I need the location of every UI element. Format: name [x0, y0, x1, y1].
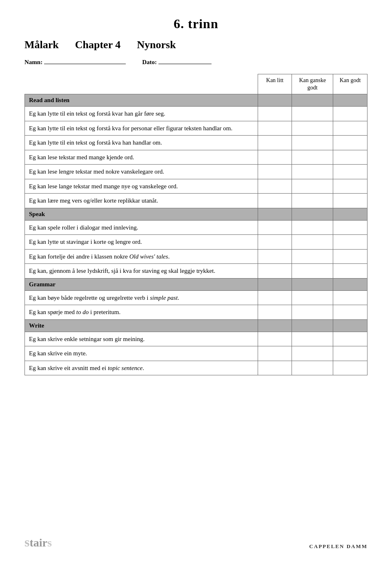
checkbox-cell[interactable] [258, 220, 292, 235]
section-empty-cell [333, 208, 368, 220]
checkbox-cell[interactable] [333, 290, 368, 305]
row-description: Eg kan fortelje dei andre i klassen nokr… [25, 249, 258, 264]
section-empty-cell [258, 94, 292, 107]
row-description: Eg kan skrive ein myte. [25, 346, 258, 361]
row-description: Eg kan lytte ut stavingar i korte og len… [25, 235, 258, 250]
checkbox-cell[interactable] [333, 179, 368, 194]
checkbox-cell[interactable] [258, 361, 292, 375]
table-row: Eg kan fortelje dei andre i klassen nokr… [25, 249, 368, 264]
section-empty-cell [258, 319, 292, 332]
row-description: Eg kan bøye både regelrette og uregelret… [25, 290, 258, 305]
checkbox-cell[interactable] [333, 165, 368, 179]
checkbox-cell[interactable] [333, 107, 368, 121]
table-row: Eg kan spørje med to do i preteritum. [25, 305, 368, 320]
section-empty-cell [333, 319, 368, 332]
section-empty-cell [292, 319, 333, 332]
checkbox-cell[interactable] [258, 165, 292, 179]
section-label: Write [25, 319, 258, 332]
checkbox-cell[interactable] [292, 235, 333, 250]
section-header-grammar: Grammar [25, 278, 368, 290]
checkbox-cell[interactable] [292, 305, 333, 320]
dato-label: Dato: [142, 59, 157, 66]
checkbox-cell[interactable] [292, 150, 333, 165]
table-row: Eg kan lære meg vers og/eller korte repl… [25, 194, 368, 208]
checkbox-cell[interactable] [292, 179, 333, 194]
checkbox-cell[interactable] [333, 264, 368, 279]
checkbox-cell[interactable] [258, 150, 292, 165]
namn-label: Namn: [24, 59, 42, 66]
header-kan-godt: Kan godt [333, 74, 368, 94]
table-row: Eg kan lese tekstar med mange kjende ord… [25, 150, 368, 165]
checkbox-cell[interactable] [258, 346, 292, 361]
table-row: Eg kan skrive eit avsnitt med ei topic s… [25, 361, 368, 375]
checkbox-cell[interactable] [333, 332, 368, 346]
checkbox-cell[interactable] [333, 235, 368, 250]
checkbox-cell[interactable] [292, 121, 333, 136]
section-label: Read and listen [25, 94, 258, 107]
checkbox-cell[interactable] [292, 290, 333, 305]
section-header-write: Write [25, 319, 368, 332]
checkbox-cell[interactable] [258, 249, 292, 264]
row-description: Eg kan lytte til ein tekst og forstå kva… [25, 136, 258, 150]
namn-input[interactable] [44, 57, 126, 64]
checkbox-cell[interactable] [258, 235, 292, 250]
checkbox-cell[interactable] [258, 264, 292, 279]
subtitle-malark: Målark [24, 39, 59, 51]
row-description: Eg kan skrive eit avsnitt med ei topic s… [25, 361, 258, 375]
checkbox-cell[interactable] [292, 332, 333, 346]
row-description: Eg kan, gjennom å lese lydskrift, sjå i … [25, 264, 258, 279]
checkbox-cell[interactable] [258, 194, 292, 208]
section-empty-cell [333, 94, 368, 107]
checkbox-cell[interactable] [333, 194, 368, 208]
checkbox-cell[interactable] [333, 346, 368, 361]
checkbox-cell[interactable] [258, 305, 292, 320]
checkbox-cell[interactable] [258, 332, 292, 346]
checkbox-cell[interactable] [333, 136, 368, 150]
subtitle-chapter: Chapter 4 [75, 39, 120, 51]
checkbox-cell[interactable] [292, 346, 333, 361]
header-kan-litt: Kan litt [258, 74, 292, 94]
section-label: Grammar [25, 278, 258, 290]
table-row: Eg kan lytte til ein tekst og forstå kva… [25, 107, 368, 121]
table-row: Eg kan lytte til ein tekst og forstå kva… [25, 121, 368, 136]
table-row: Eg kan lytte til ein tekst og forstå kva… [25, 136, 368, 150]
section-empty-cell [292, 208, 333, 220]
table-row: Eg kan lytte ut stavingar i korte og len… [25, 235, 368, 250]
checkbox-cell[interactable] [292, 249, 333, 264]
section-empty-cell [258, 208, 292, 220]
checkbox-cell[interactable] [258, 179, 292, 194]
checkbox-cell[interactable] [333, 121, 368, 136]
checkbox-cell[interactable] [333, 220, 368, 235]
checkbox-cell[interactable] [258, 107, 292, 121]
checkbox-cell[interactable] [333, 361, 368, 375]
table-row: Eg kan spele roller i dialogar med innle… [25, 220, 368, 235]
publisher-name: CAPPELEN DAMM [309, 543, 368, 550]
table-row: Eg kan skrive enkle setningar som gir me… [25, 332, 368, 346]
checkbox-cell[interactable] [333, 150, 368, 165]
checkbox-cell[interactable] [333, 305, 368, 320]
row-description: Eg kan lytte til ein tekst og forstå kva… [25, 107, 258, 121]
section-empty-cell [292, 94, 333, 107]
checkbox-cell[interactable] [333, 249, 368, 264]
section-header-speak: Speak [25, 208, 368, 220]
section-empty-cell [258, 278, 292, 290]
checkbox-cell[interactable] [258, 136, 292, 150]
checkbox-cell[interactable] [292, 264, 333, 279]
row-description: Eg kan lære meg vers og/eller korte repl… [25, 194, 258, 208]
checkbox-cell[interactable] [258, 121, 292, 136]
checkbox-cell[interactable] [292, 107, 333, 121]
checkbox-cell[interactable] [292, 165, 333, 179]
row-description: Eg kan skrive enkle setningar som gir me… [25, 332, 258, 346]
checkbox-cell[interactable] [292, 361, 333, 375]
row-description: Eg kan lytte til ein tekst og forstå kva… [25, 121, 258, 136]
checkbox-cell[interactable] [292, 220, 333, 235]
row-description: Eg kan lese lange tekstar med mange nye … [25, 179, 258, 194]
table-row: Eg kan skrive ein myte. [25, 346, 368, 361]
row-description: Eg kan spele roller i dialogar med innle… [25, 220, 258, 235]
checkbox-cell[interactable] [292, 136, 333, 150]
header-kan-ganske-godt: Kan ganske godt [292, 74, 333, 94]
checkbox-cell[interactable] [292, 194, 333, 208]
checkbox-cell[interactable] [258, 290, 292, 305]
dato-input[interactable] [158, 57, 212, 64]
stairs-logo: stairs [24, 535, 52, 550]
